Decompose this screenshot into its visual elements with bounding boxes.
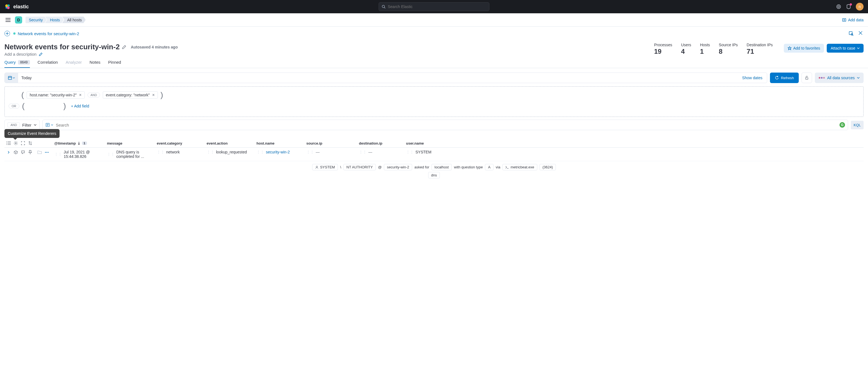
svg-point-6 bbox=[837, 5, 841, 8]
analyze-event-icon[interactable] bbox=[13, 150, 18, 155]
renderer-process[interactable]: metricbeat.exe bbox=[502, 164, 537, 170]
lock-date-button[interactable] bbox=[802, 72, 812, 83]
description-placeholder[interactable]: Add a description bbox=[4, 52, 36, 57]
column-sourceip[interactable]: source.ip bbox=[306, 141, 359, 145]
nav-toggle-icon[interactable] bbox=[4, 17, 12, 23]
show-dates-link[interactable]: Show dates bbox=[738, 75, 767, 80]
add-field-link[interactable]: + Add field bbox=[71, 104, 89, 108]
fields-browser-icon[interactable] bbox=[6, 141, 11, 146]
chevron-down-icon bbox=[34, 124, 36, 126]
date-range-text: Today bbox=[18, 75, 738, 80]
folder-icon[interactable] bbox=[37, 150, 42, 155]
cell-message: DNS query is completed for ... bbox=[116, 150, 157, 159]
brand-text: elastic bbox=[13, 4, 29, 10]
cell-action: lookup_requested bbox=[216, 150, 247, 154]
tab-notes[interactable]: Notes bbox=[89, 60, 100, 68]
column-timestamp[interactable]: @timestamp 1 bbox=[54, 141, 107, 145]
attach-to-case-button[interactable]: Attach to case bbox=[827, 44, 864, 53]
edit-description-icon[interactable] bbox=[39, 52, 43, 56]
drag-handle-icon[interactable]: ⋮⋮ bbox=[207, 150, 214, 154]
expand-row-icon[interactable] bbox=[6, 150, 11, 155]
add-note-icon[interactable] bbox=[21, 150, 26, 155]
kql-badge[interactable]: KQL bbox=[851, 121, 864, 129]
data-sources-icon bbox=[819, 77, 825, 79]
column-action[interactable]: event.action bbox=[207, 141, 256, 145]
breadcrumb-all-hosts: All hosts bbox=[62, 17, 86, 23]
sort-icon[interactable] bbox=[28, 141, 33, 146]
svg-point-4 bbox=[382, 5, 385, 8]
refresh-button[interactable]: Refresh bbox=[770, 72, 799, 83]
tab-pinned[interactable]: Pinned bbox=[108, 60, 121, 68]
renderer-domain[interactable]: NT AUTHORITY bbox=[343, 164, 376, 170]
renderer-user[interactable]: SYSTEM bbox=[312, 164, 338, 170]
global-search-input[interactable] bbox=[388, 4, 486, 9]
breadcrumb-security[interactable]: Security bbox=[26, 17, 47, 23]
column-username[interactable]: user.name bbox=[406, 141, 434, 145]
add-to-favorites-button[interactable]: Add to favorites bbox=[784, 44, 824, 53]
table-row: ⋮⋮Jul 19, 2021 @ 15:44:38.826 ⋮⋮DNS quer… bbox=[4, 148, 864, 161]
elastic-logo[interactable]: elastic bbox=[4, 3, 29, 10]
query-builder: ( host.name: "security-win-2" ✕ AND even… bbox=[4, 86, 864, 117]
newsfeed-icon[interactable] bbox=[846, 4, 851, 9]
renderer-query[interactable]: localhost bbox=[432, 164, 452, 170]
add-data-icon bbox=[842, 18, 846, 22]
drag-handle-icon[interactable]: ⋮⋮ bbox=[306, 150, 314, 154]
fullscreen-icon[interactable] bbox=[21, 141, 26, 146]
column-destip[interactable]: destination.ip bbox=[359, 141, 406, 145]
renderer-protocol[interactable]: dns bbox=[428, 172, 440, 178]
gear-icon[interactable] bbox=[13, 141, 18, 146]
filter-pill-hostname[interactable]: host.name: "security-win-2" ✕ bbox=[27, 91, 85, 99]
logic-or[interactable]: OR bbox=[8, 103, 20, 109]
timeline-title-link[interactable]: Network events for security-win-2 bbox=[13, 31, 79, 36]
inspect-icon[interactable] bbox=[847, 30, 855, 37]
logic-and[interactable]: AND bbox=[88, 92, 100, 97]
space-selector[interactable]: D bbox=[15, 16, 22, 24]
drag-handle-icon[interactable]: ⋮⋮ bbox=[107, 152, 115, 156]
breadcrumb-hosts[interactable]: Hosts bbox=[45, 17, 64, 23]
tab-correlation[interactable]: Correlation bbox=[38, 60, 58, 68]
global-search[interactable] bbox=[379, 2, 489, 11]
tab-query[interactable]: Query 8649 bbox=[4, 60, 30, 68]
drag-handle-icon[interactable]: ⋮⋮ bbox=[54, 152, 62, 156]
cell-hostname[interactable]: security-win-2 bbox=[266, 150, 290, 154]
drag-handle-icon[interactable]: ⋮⋮ bbox=[406, 150, 414, 154]
tooltip: Customize Event Renderers bbox=[4, 129, 60, 138]
stat-users-value: 4 bbox=[681, 48, 691, 55]
column-hostname[interactable]: host.name bbox=[256, 141, 306, 145]
edit-title-icon[interactable] bbox=[122, 45, 126, 49]
user-avatar[interactable]: n bbox=[856, 3, 864, 10]
filter-pill-category[interactable]: event.category: "network" ✕ bbox=[103, 91, 158, 99]
tabs: Query 8649 Correlation Analyzer Notes Pi… bbox=[0, 57, 868, 68]
more-actions-icon[interactable] bbox=[44, 150, 49, 155]
stat-hosts-label: Hosts bbox=[700, 43, 710, 47]
search-options-icon[interactable] bbox=[45, 123, 53, 127]
tab-query-count: 8649 bbox=[18, 60, 30, 64]
event-renderer: SYSTEM \ NT AUTHORITY @ security-win-2 a… bbox=[4, 161, 864, 172]
renderer-host[interactable]: security-win-2 bbox=[384, 164, 412, 170]
close-icon[interactable] bbox=[858, 30, 864, 37]
stats: Processes19 Users4 Hosts1 Source IPs8 De… bbox=[654, 43, 773, 55]
renderer-pid[interactable]: (3624) bbox=[539, 164, 556, 170]
search-input[interactable] bbox=[56, 123, 837, 127]
data-sources-button[interactable]: All data sources bbox=[815, 72, 864, 83]
add-data-link[interactable]: Add data bbox=[842, 18, 864, 22]
drag-handle-icon[interactable]: ⋮⋮ bbox=[256, 150, 264, 154]
drag-handle-icon[interactable]: ⋮⋮ bbox=[157, 150, 164, 154]
add-data-label: Add data bbox=[848, 18, 864, 22]
help-icon[interactable] bbox=[836, 4, 841, 9]
page-title: Network events for security-win-2 bbox=[4, 43, 120, 51]
renderer-qtype[interactable]: A bbox=[485, 164, 494, 170]
remove-filter-icon[interactable]: ✕ bbox=[79, 93, 82, 97]
svg-line-5 bbox=[384, 7, 385, 8]
remove-filter-icon[interactable]: ✕ bbox=[152, 93, 155, 97]
drag-handle-icon[interactable]: ⋮⋮ bbox=[359, 150, 367, 154]
calendar-icon[interactable] bbox=[5, 73, 18, 83]
date-picker[interactable]: Today Show dates bbox=[4, 72, 767, 83]
filter-dropdown[interactable]: AND Filter bbox=[4, 120, 40, 130]
pin-event-icon[interactable] bbox=[28, 150, 33, 155]
timeline-status-dot bbox=[13, 32, 16, 35]
column-category[interactable]: event.category bbox=[157, 141, 207, 145]
add-filter-link[interactable]: + Add filter bbox=[4, 133, 864, 137]
column-message[interactable]: message bbox=[107, 141, 157, 145]
new-timeline-button[interactable] bbox=[4, 31, 10, 36]
